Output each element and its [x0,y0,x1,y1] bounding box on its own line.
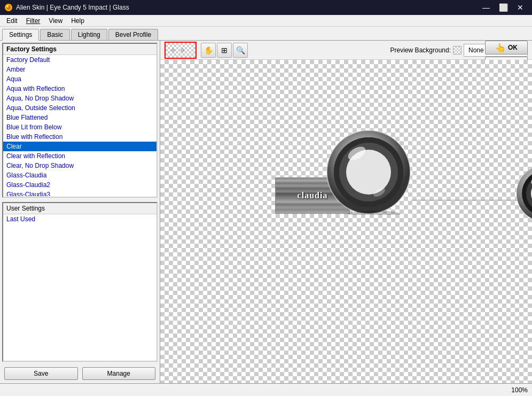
factory-settings-container: Factory Settings Factory Default Amber A… [2,43,158,198]
user-settings-container: User Settings Last Used [2,202,158,362]
menu-bar: Edit Filter View Help [0,15,532,27]
menu-help[interactable]: Help [67,16,89,26]
list-item[interactable]: Factory Default [3,55,157,65]
bg-preview-swatch [453,46,461,55]
ok-button[interactable]: 👆 OK [485,41,528,55]
list-item-last-used[interactable]: Last Used [3,214,157,224]
list-item[interactable]: Aqua, Outside Selection [3,103,157,113]
app-icon [4,3,13,12]
glass-ring-medium [515,164,532,223]
tab-settings[interactable]: Settings [2,29,39,41]
thumbnail-dots [171,49,184,52]
list-item[interactable]: Aqua [3,74,157,84]
svg-point-2 [6,5,9,7]
pan-tool-button[interactable]: ✋ [201,43,216,58]
window-title: Alien Skin | Eye Candy 5 Impact | Glass [16,4,129,11]
thumb-dot [171,49,175,52]
toolbar-icons: ✋ ⊞ 🔍 [201,43,248,58]
right-panel: ✋ ⊞ 🔍 Preview Background: None White Bla… [160,41,532,383]
list-item-clear[interactable]: Clear [3,142,157,151]
ok-hand-icon: 👆 [495,43,506,53]
zoom-fit-icon: ⊞ [221,46,228,55]
claudia-label: claudia [298,191,328,200]
factory-settings-list[interactable]: Factory Default Amber Aqua Aqua with Ref… [3,55,157,196]
list-item[interactable]: Amber [3,65,157,74]
list-item-blue-lit[interactable]: Blue Lit from Below [3,122,157,132]
user-settings-list[interactable]: Last Used [3,214,157,360]
left-panel: Factory Settings Factory Default Amber A… [0,41,160,383]
tab-bar: Settings Basic Lighting Bevel Profile 👆 … [0,27,532,41]
manage-button[interactable]: Manage [82,367,156,380]
title-bar: Alien Skin | Eye Candy 5 Impact | Glass … [0,0,532,15]
list-item[interactable]: Clear, No Drop Shadow [3,161,157,170]
menu-edit[interactable]: Edit [2,16,22,26]
list-item[interactable]: Aqua with Reflection [3,84,157,94]
list-item[interactable]: Blue with Reflection [3,132,157,142]
menu-filter[interactable]: Filter [22,16,45,26]
zoom-button[interactable]: 🔍 [233,43,248,58]
zoom-level: 100% [511,386,528,394]
list-item[interactable]: Glass-Claudia [3,170,157,180]
zoom-fit-button[interactable]: ⊞ [217,43,232,58]
minimize-button[interactable]: — [479,2,494,13]
list-item[interactable]: Glass-Claudia2 [3,180,157,190]
close-button[interactable]: ✕ [513,2,528,13]
user-settings-header: User Settings [3,203,157,214]
status-bar: 100% [0,383,532,396]
preview-canvas[interactable]: claudia [160,60,532,383]
tab-bevel-profile[interactable]: Bevel Profile [108,29,158,40]
thumb-dot [181,49,184,52]
list-item[interactable]: Aqua, No Drop Shadow [3,94,157,103]
save-button[interactable]: Save [4,367,78,380]
preview-bg-label: Preview Background: [390,46,451,54]
pan-icon: ✋ [204,46,213,55]
menu-view[interactable]: View [44,16,67,26]
list-item[interactable]: Clear with Reflection [3,151,157,161]
connector-line [411,200,532,200]
preview-thumbnail[interactable] [165,42,197,59]
left-panel-buttons: Save Manage [0,364,160,383]
tab-lighting[interactable]: Lighting [71,29,107,40]
main-layout: Factory Settings Factory Default Amber A… [0,41,532,383]
list-item[interactable]: Blue Flattened [3,113,157,122]
list-item[interactable]: Glass-Claudia3 [3,190,157,196]
factory-settings-header: Factory Settings [3,44,157,55]
restore-button[interactable]: ⬜ [496,2,511,13]
title-bar-left: Alien Skin | Eye Candy 5 Impact | Glass [4,3,129,12]
tab-basic[interactable]: Basic [40,29,69,40]
magnify-icon: 🔍 [236,46,245,55]
title-controls: — ⬜ ✕ [479,2,528,13]
preview-toolbar: ✋ ⊞ 🔍 Preview Background: None White Bla… [160,41,532,60]
glass-ring-large [326,129,411,215]
